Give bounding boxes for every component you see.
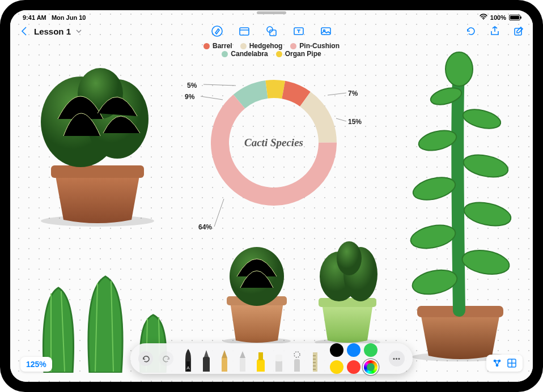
svg-point-36 xyxy=(446,52,473,86)
wifi-icon xyxy=(480,14,487,21)
tool-lasso[interactable] xyxy=(290,347,304,372)
svg-rect-61 xyxy=(240,358,245,372)
svg-rect-63 xyxy=(258,352,263,360)
svg-rect-7 xyxy=(321,28,330,35)
tool-pencil[interactable] xyxy=(218,347,231,372)
shapes-button[interactable] xyxy=(265,25,278,37)
status-left: 9:41 AM Mon Jun 10 xyxy=(23,14,86,21)
svg-rect-21 xyxy=(51,165,144,178)
compose-button[interactable] xyxy=(512,25,525,37)
slice-label: 15% xyxy=(348,118,362,126)
svg-point-0 xyxy=(483,19,484,20)
svg-rect-58 xyxy=(203,357,210,372)
share-button[interactable] xyxy=(489,25,501,37)
zoom-label: 125% xyxy=(26,360,46,369)
svg-point-44 xyxy=(337,241,362,275)
tray-more-button[interactable]: ••• xyxy=(389,351,405,367)
text-box-button[interactable] xyxy=(292,25,305,37)
svg-point-30 xyxy=(462,199,513,230)
ipad-frame: 9:41 AM Mon Jun 10 100% Lesson 1 xyxy=(0,0,543,392)
tool-pen[interactable]: A xyxy=(181,347,195,372)
media-button[interactable] xyxy=(320,25,332,37)
donut-chart[interactable]: Cacti Species xyxy=(206,75,342,211)
svg-text:A: A xyxy=(186,365,190,370)
status-time: 9:41 AM xyxy=(23,14,46,21)
slice-label: 5% xyxy=(187,82,197,90)
pen-tool-button[interactable] xyxy=(211,25,223,37)
tray-undo-button[interactable] xyxy=(138,351,153,366)
slice-label: 7% xyxy=(348,90,358,97)
svg-rect-9 xyxy=(515,28,521,35)
slice-label: 64% xyxy=(198,223,212,231)
legend-item: Organ Pipe xyxy=(276,50,321,58)
drawing-tool-tray[interactable]: A xyxy=(130,343,413,374)
svg-point-28 xyxy=(460,247,511,278)
svg-rect-64 xyxy=(275,360,282,372)
color-red[interactable] xyxy=(347,360,360,374)
tool-highlighter[interactable] xyxy=(254,347,268,372)
navigator-button[interactable] xyxy=(490,357,504,369)
multitask-pill[interactable] xyxy=(257,11,286,14)
color-yellow[interactable] xyxy=(330,360,343,374)
view-controls xyxy=(486,355,523,372)
color-green[interactable] xyxy=(364,343,377,357)
svg-rect-4 xyxy=(270,30,276,36)
grid-toggle-button[interactable] xyxy=(504,357,519,369)
chevron-down-icon xyxy=(73,25,85,37)
svg-point-32 xyxy=(461,151,510,181)
screen: 9:41 AM Mon Jun 10 100% Lesson 1 xyxy=(10,10,533,382)
document-title-label: Lesson 1 xyxy=(34,27,71,36)
svg-rect-66 xyxy=(294,359,300,372)
color-blue[interactable] xyxy=(347,343,360,357)
tool-marker[interactable] xyxy=(200,347,213,372)
svg-rect-62 xyxy=(257,359,265,372)
legend-item: Candelabra xyxy=(222,50,268,58)
photo-small-cactus-1[interactable] xyxy=(214,231,299,344)
document-title[interactable]: Lesson 1 xyxy=(34,25,85,37)
app-toolbar: Lesson 1 xyxy=(10,23,533,40)
status-right: 100% xyxy=(480,14,520,21)
color-palette xyxy=(330,343,383,374)
battery-percent: 100% xyxy=(490,14,506,21)
photo-small-cactus-2[interactable] xyxy=(305,230,390,346)
battery-icon xyxy=(509,15,520,20)
svg-point-29 xyxy=(409,221,457,252)
color-black[interactable] xyxy=(330,343,343,357)
tool-eraser[interactable] xyxy=(272,347,286,372)
undo-button[interactable] xyxy=(465,25,477,37)
status-date: Mon Jun 10 xyxy=(52,14,86,21)
chart-title: Cacti Species xyxy=(206,75,342,211)
tool-list: A xyxy=(179,346,324,372)
back-button[interactable] xyxy=(18,25,31,37)
svg-rect-2 xyxy=(240,28,249,35)
slice-label: 9% xyxy=(185,93,194,101)
tool-ruler[interactable] xyxy=(308,347,322,372)
photo-barrel-cactus[interactable] xyxy=(29,57,166,227)
svg-point-27 xyxy=(410,266,460,298)
svg-point-34 xyxy=(461,106,502,132)
tray-redo-button[interactable] xyxy=(159,351,173,366)
tool-crayon[interactable] xyxy=(236,347,249,372)
svg-rect-41 xyxy=(319,298,376,307)
legend-item: Hedgehog xyxy=(240,42,283,50)
svg-rect-65 xyxy=(275,355,282,361)
svg-rect-59 xyxy=(222,358,227,372)
drawing-succulent-tall[interactable] xyxy=(392,44,523,361)
sticky-note-button[interactable] xyxy=(238,25,251,37)
svg-point-67 xyxy=(294,352,300,357)
svg-point-31 xyxy=(411,173,457,203)
legend-item: Barrel xyxy=(203,42,232,50)
color-picker[interactable] xyxy=(364,360,377,374)
svg-rect-68 xyxy=(313,352,317,372)
chart-legend: Barrel Hedgehog Pin-Cushion Candelabra O… xyxy=(203,42,340,58)
legend-item: Pin-Cushion xyxy=(290,42,340,50)
zoom-level[interactable]: 125% xyxy=(20,357,52,372)
